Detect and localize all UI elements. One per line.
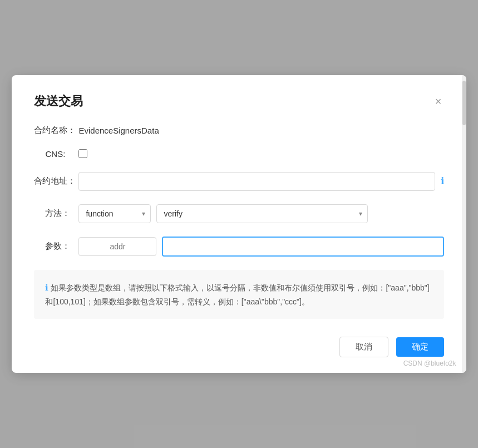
cns-label: CNS: [34, 149, 78, 159]
method-row: 方法： function ▾ verify ▾ [34, 204, 443, 223]
param-name-input[interactable] [78, 237, 156, 256]
param-value-input[interactable]: 0xd0ee8d1abe3cd3ce5b75477539​97efaffe5 [162, 237, 443, 257]
modal-overlay: 发送交易 × 合约名称： EvidenceSignersData CNS: 合约… [0, 0, 478, 448]
address-input[interactable]: 0x566bbaf24004cfd948d603715091e547c6c9b9… [78, 172, 435, 191]
contract-name-value: EvidenceSignersData [78, 126, 159, 135]
cns-checkbox[interactable] [78, 149, 87, 158]
param-label: 参数： [34, 241, 78, 252]
watermark: CSDN @bluefo2k [403, 360, 456, 367]
cancel-button[interactable]: 取消 [339, 337, 388, 357]
hint-text: 如果参数类型是数组，请按照以下格式输入，以逗号分隔，非数值和布尔值须使用双引号，… [45, 283, 429, 306]
scrollbar[interactable] [462, 75, 466, 373]
scrollbar-thumb[interactable] [462, 81, 466, 125]
modal-dialog: 发送交易 × 合约名称： EvidenceSignersData CNS: 合约… [12, 75, 466, 373]
modal-title: 发送交易 [34, 93, 83, 110]
modal-footer: 取消 确定 [34, 334, 443, 357]
verify-select[interactable]: verify [156, 204, 368, 223]
method-label: 方法： [34, 208, 78, 219]
hint-icon: ℹ [45, 283, 48, 292]
contract-name-row: 合约名称： EvidenceSignersData [34, 125, 443, 136]
param-row: 参数： 0xd0ee8d1abe3cd3ce5b75477539​97efaff… [34, 237, 443, 257]
cns-row: CNS: [34, 149, 443, 159]
modal-header: 发送交易 × [34, 93, 443, 110]
function-select-wrapper: function ▾ [78, 204, 151, 223]
info-icon[interactable]: ℹ [441, 175, 444, 187]
function-select[interactable]: function [78, 204, 151, 223]
contract-name-label: 合约名称： [34, 125, 78, 136]
method-selects: function ▾ verify ▾ [78, 204, 443, 223]
verify-select-wrapper: verify ▾ [156, 204, 368, 223]
address-label: 合约地址： [34, 176, 78, 186]
close-button[interactable]: × [433, 93, 444, 109]
hint-box: ℹ如果参数类型是数组，请按照以下格式输入，以逗号分隔，非数值和布尔值须使用双引号… [34, 270, 443, 319]
address-row: 合约地址： 0x566bbaf24004cfd948d603715091e547… [34, 172, 443, 191]
param-inputs: 0xd0ee8d1abe3cd3ce5b75477539​97efaffe5 [78, 237, 443, 257]
confirm-button[interactable]: 确定 [396, 337, 444, 357]
